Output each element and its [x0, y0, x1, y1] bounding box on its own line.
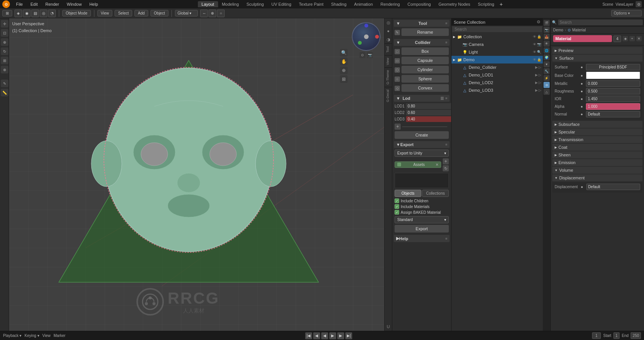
tab-scripting[interactable]: Scripting — [474, 1, 498, 7]
tab-compositing[interactable]: Compositing — [404, 1, 435, 7]
rotate-tool[interactable]: ↻ — [1, 47, 8, 55]
snap-icon[interactable]: ⊕ — [209, 10, 216, 17]
keying-dropdown[interactable]: Keying ▾ — [24, 333, 39, 338]
jump-start-btn[interactable]: |◀ — [305, 332, 312, 339]
props-tab-scene[interactable]: 🎬 — [544, 20, 550, 26]
render-menu[interactable]: Render — [44, 2, 61, 7]
viewport-grid-tool[interactable]: ⊞ — [340, 75, 348, 83]
material-name-field[interactable]: Material — [553, 35, 612, 42]
lod3-value[interactable] — [406, 116, 451, 122]
vrs-tool[interactable]: Tool — [385, 44, 392, 55]
transform-space-dropdown[interactable]: Global ▾ — [175, 10, 198, 16]
include-children-checkbox[interactable]: ✓ — [395, 198, 399, 203]
lod1-restrict1[interactable]: ▶ — [535, 73, 538, 77]
material-delete-btn[interactable]: ✕ — [636, 36, 642, 41]
current-frame[interactable]: 1 — [592, 332, 601, 339]
tab-uv-editing[interactable]: UV Editing — [268, 1, 295, 7]
metallic-value[interactable]: 0.000 — [586, 80, 640, 87]
proportional-icon[interactable]: ○ — [217, 10, 225, 17]
transform-icon[interactable]: ↔ — [200, 10, 208, 17]
vrs-shading[interactable]: ● — [385, 28, 392, 34]
file-menu[interactable]: File — [15, 2, 24, 7]
ior-value[interactable]: 1.450 — [586, 96, 640, 102]
nav-camera-btn[interactable]: 📷 — [367, 52, 373, 58]
specular-header[interactable]: ▶ Specular — [552, 129, 642, 135]
cursor-tool[interactable]: ✛ — [1, 20, 8, 28]
play-back-btn[interactable]: ◀ — [321, 332, 328, 339]
lod-create-btn[interactable]: Create — [395, 131, 449, 139]
collider-section-header[interactable]: ▼ Collider ≡ — [394, 39, 450, 46]
vrs-overlays[interactable]: ◎ — [385, 19, 392, 26]
assets-add-btn[interactable]: + — [443, 158, 449, 164]
outliner-search-input[interactable] — [452, 26, 542, 32]
camera-eye-icon[interactable]: 👁 — [533, 42, 536, 46]
volume-header[interactable]: ▼ Volume — [552, 167, 642, 174]
demo-eye-icon[interactable]: 👁 — [533, 58, 536, 62]
breadcrumb-demo[interactable]: Demo — [553, 28, 563, 32]
props-search-input[interactable] — [558, 20, 643, 25]
collider-restrict1[interactable]: ▶ — [535, 65, 538, 69]
window-menu[interactable]: Window — [65, 2, 83, 7]
marker-dropdown[interactable]: Marker — [53, 333, 65, 338]
viewport-icon1[interactable]: ◈ — [15, 10, 22, 17]
collection-lock-icon[interactable]: 🔒 — [537, 35, 541, 39]
lod-add-btn[interactable]: + — [395, 124, 401, 130]
base-color-swatch[interactable] — [586, 72, 640, 79]
vrs-gtheme[interactable]: G-Theme — [385, 67, 392, 87]
tab-modeling[interactable]: Modeling — [218, 1, 243, 7]
viewport-icon2[interactable]: ◉ — [23, 10, 31, 17]
props-tab-world[interactable]: 🌍 — [544, 54, 550, 60]
scale-tool[interactable]: ⊞ — [1, 57, 8, 64]
view-dropdown[interactable]: View — [42, 333, 51, 338]
props-tab-view-layer[interactable]: 👁 — [544, 41, 550, 47]
export-btn[interactable]: Export — [395, 225, 449, 233]
alpha-value[interactable]: 1.000 — [586, 103, 640, 110]
edit-menu[interactable]: Edit — [29, 2, 39, 7]
normal-value[interactable]: Default — [586, 111, 640, 117]
lod2-value[interactable] — [406, 110, 451, 116]
lod-list-icon[interactable]: ☰ — [440, 96, 444, 101]
frame-end-value[interactable]: 250 — [631, 332, 641, 339]
props-tab-material[interactable]: ⊙ — [544, 82, 550, 88]
export-section-header[interactable]: ▼ Export ≡ — [394, 141, 450, 148]
lod1-value[interactable] — [406, 103, 451, 109]
tree-item-demo[interactable]: ▶ 📁 Demo 👁 🔒 — [451, 56, 543, 63]
tab-geometry-nodes[interactable]: Geometry Nodes — [435, 1, 474, 7]
camera-render-icon[interactable]: 📷 — [537, 42, 541, 46]
lod-section-header[interactable]: ▼ Lod ☰ ≡ — [394, 95, 450, 102]
options-btn[interactable]: Options ▾ — [611, 10, 642, 16]
tool-section-header[interactable]: ▼ Tool ≡ — [394, 20, 450, 27]
transform-tool[interactable]: ⊗ — [1, 66, 8, 73]
convex-btn[interactable]: Convex — [401, 84, 449, 92]
lod2-restrict1[interactable]: ▶ — [535, 81, 538, 85]
props-tab-scene2[interactable]: 🌐 — [544, 47, 550, 54]
light-search-icon[interactable]: 🔍 — [537, 50, 541, 54]
tool-section-options[interactable]: ≡ — [445, 21, 447, 25]
breadcrumb-material[interactable]: Material — [572, 28, 586, 32]
demo-restrict-icon[interactable]: 🔒 — [537, 58, 541, 62]
standard-dropdown[interactable]: Standard ▾ — [395, 216, 449, 223]
add-btn[interactable]: Add — [134, 10, 148, 16]
jump-end-btn[interactable]: ▶| — [345, 332, 352, 339]
tab-shading[interactable]: Shading — [327, 1, 350, 7]
help-menu[interactable]: Help — [88, 2, 100, 7]
lod3-restrict2[interactable]: ▷ — [539, 88, 541, 92]
measure-tool[interactable]: 📏 — [1, 89, 8, 96]
props-tab-output[interactable]: 📤 — [544, 34, 550, 40]
collider-section-options[interactable]: ≡ — [445, 41, 447, 44]
objects-tab[interactable]: Objects — [395, 190, 421, 197]
nav-orb-sphere[interactable] — [352, 22, 380, 51]
tree-item-lod2[interactable]: △ Demo_LOD2 ▶ ▷ — [451, 79, 543, 86]
assets-refresh-btn[interactable]: ↻ — [443, 165, 449, 171]
props-tab-modifier[interactable]: 🔧 — [544, 68, 550, 74]
cylinder-btn[interactable]: Cylinder — [401, 66, 449, 73]
include-materials-checkbox[interactable]: ✓ — [395, 204, 399, 209]
vrs-viewport-shading[interactable]: ◑ — [385, 36, 392, 43]
tree-item-light[interactable]: 💡 Light 👁 🔍 — [451, 48, 543, 56]
export-section-options[interactable]: ≡ — [445, 143, 447, 146]
tab-layout[interactable]: Layout — [198, 1, 218, 7]
tab-texture-paint[interactable]: Texture Paint — [295, 1, 327, 7]
surface-type-value[interactable]: Principled BSDF — [586, 64, 640, 70]
viewport-icon5[interactable]: ◔ — [48, 10, 56, 17]
nav-ortho-btn[interactable]: ⊙ — [359, 52, 366, 58]
